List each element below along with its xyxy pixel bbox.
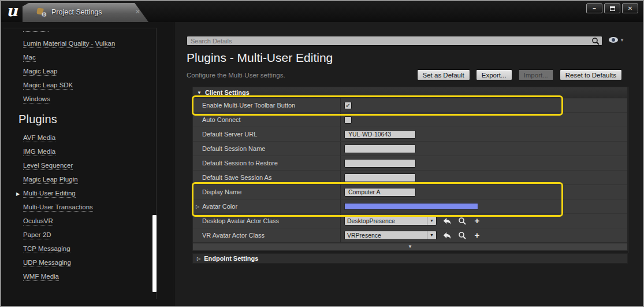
settings-sidebar: Lumin Material Quality - VulkanMacMagic …: [1, 22, 174, 306]
sidebar-item-mac[interactable]: Mac: [23, 51, 115, 65]
dropdown-vr-avatar-actor-class[interactable]: VRPresence▼: [344, 231, 437, 240]
search-box[interactable]: [187, 36, 602, 46]
setting-label: Default Save Session As: [202, 174, 271, 181]
setting-label-cell: Desktop Avatar Actor Class: [193, 214, 341, 228]
restore-icon: [610, 6, 615, 11]
sidebar-item-img-media[interactable]: IMG Media: [23, 145, 115, 159]
expander-icon[interactable]: ▷: [196, 204, 199, 209]
sidebar-item-label: Magic Leap SDK: [23, 82, 73, 90]
dropdown-desktop-avatar-actor-class[interactable]: DesktopPresence▼: [344, 216, 437, 225]
sidebar-item-magic-leap[interactable]: Magic Leap: [23, 65, 115, 79]
search-icon: [591, 37, 600, 47]
sidebar-clipped-item: [23, 31, 49, 32]
settings-row-auto-connect: Auto Connect: [193, 113, 627, 127]
settings-row-default-server-url: Default Server URLYUL-WD-10643: [193, 127, 627, 142]
setting-label: Default Session to Restore: [202, 160, 278, 167]
use-selected-arrow-icon[interactable]: [442, 216, 452, 225]
sidebar-list: Lumin Material Quality - VulkanMacMagic …: [23, 37, 115, 284]
setting-label-cell: Default Session to Restore: [193, 156, 341, 170]
sidebar-item-multi-user-editing[interactable]: ▶Multi-User Editing: [23, 187, 115, 201]
sidebar-item-level-sequencer[interactable]: Level Sequencer: [23, 159, 115, 173]
setting-label-cell: Enable Multi-User Toolbar Button: [193, 98, 341, 112]
project-settings-window: u ⚙ Project Settings ✕ – ✕ Lumin Materia…: [0, 0, 644, 307]
close-button[interactable]: ✕: [622, 3, 638, 13]
action-button-reset-to-defaults[interactable]: Reset to Defaults: [560, 69, 622, 80]
sidebar-item-udp-messaging[interactable]: UDP Messaging: [23, 256, 115, 270]
add-icon[interactable]: +: [472, 231, 482, 240]
setting-value-cell: VRPresence▼+: [341, 228, 627, 242]
setting-value-cell: YUL-WD-10643: [341, 127, 627, 141]
browse-search-icon[interactable]: [457, 231, 467, 240]
sidebar-item-lumin-material-quality-vulkan[interactable]: Lumin Material Quality - Vulkan: [23, 37, 115, 51]
details-scrollbar-track: [628, 87, 628, 253]
advanced-expander-icon: ▼: [408, 245, 412, 249]
setting-label: Default Session Name: [202, 145, 265, 152]
setting-label-cell: Auto Connect: [193, 113, 341, 127]
text-field-default-session-to-restore[interactable]: [344, 159, 416, 168]
eye-icon: [609, 37, 618, 43]
tab-close-icon[interactable]: ✕: [135, 8, 140, 16]
category-title: Client Settings: [205, 89, 250, 96]
view-options-button[interactable]: ▼: [609, 37, 624, 43]
sidebar-item-magic-leap-plugin[interactable]: Magic Leap Plugin: [23, 173, 115, 187]
sidebar-item-multi-user-transactions[interactable]: Multi-User Transactions: [23, 201, 115, 214]
category-expanded-icon: ▼: [197, 90, 202, 95]
sidebar-scrollbar-thumb[interactable]: [152, 215, 157, 292]
setting-label: Enable Multi-User Toolbar Button: [202, 102, 295, 109]
setting-label-cell: Default Session Name: [193, 142, 341, 156]
action-button-import[interactable]: Import...: [518, 69, 554, 80]
setting-label-cell: Display Name: [193, 185, 341, 199]
sidebar-item-label: TCP Messaging: [23, 245, 70, 253]
sidebar-item-label: Lumin Material Quality - Vulkan: [23, 40, 115, 48]
checkbox-auto-connect[interactable]: [344, 116, 352, 124]
sidebar-item-windows[interactable]: Windows: [23, 93, 115, 106]
project-settings-gear-icon: ⚙: [36, 7, 46, 17]
sidebar-item-label: Windows: [23, 95, 50, 103]
setting-label-cell: ▷Avatar Color: [193, 199, 341, 213]
minimize-button[interactable]: –: [586, 3, 602, 13]
add-icon[interactable]: +: [472, 216, 482, 225]
sidebar-item-magic-leap-sdk[interactable]: Magic Leap SDK: [23, 79, 115, 93]
color-swatch[interactable]: [344, 203, 478, 210]
text-field-default-save-session-as[interactable]: [344, 173, 416, 182]
sidebar-item-avf-media[interactable]: AVF Media: [23, 131, 115, 145]
setting-value-cell: [341, 171, 627, 184]
tab-label: Project Settings: [51, 8, 102, 16]
browse-search-icon[interactable]: [457, 216, 467, 225]
settings-row-default-session-to-restore: Default Session to Restore: [193, 156, 627, 171]
settings-row-default-save-session-as: Default Save Session As: [193, 171, 627, 185]
setting-value-cell: Computer A: [341, 185, 627, 199]
setting-label: Desktop Avatar Actor Class: [202, 217, 279, 224]
action-button-set-as-default[interactable]: Set as Default: [417, 69, 470, 80]
text-field-display-name[interactable]: Computer A: [344, 188, 416, 197]
sidebar-item-label: AVF Media: [23, 134, 55, 142]
sidebar-item-wmf-media[interactable]: WMF Media: [23, 270, 115, 284]
tab-project-settings[interactable]: ⚙ Project Settings ✕: [23, 3, 148, 22]
text-field-default-server-url[interactable]: YUL-WD-10643: [344, 130, 416, 139]
action-button-export[interactable]: Export...: [476, 69, 512, 80]
sidebar-item-label: Magic Leap Plugin: [23, 176, 78, 184]
chevron-down-icon: ▼: [427, 217, 434, 225]
sidebar-item-paper-2d[interactable]: Paper 2D: [23, 228, 115, 242]
chevron-down-icon: ▼: [620, 38, 624, 43]
text-field-default-session-name[interactable]: [344, 145, 416, 153]
chevron-down-icon: ▼: [427, 231, 434, 239]
details-panel: ▼ Plugins - Multi-User Editing Configure…: [174, 22, 643, 306]
settings-row-default-session-name: Default Session Name: [193, 142, 627, 156]
client-settings-header[interactable]: ▼ Client Settings: [193, 87, 627, 98]
sidebar-item-oculusvr[interactable]: OculusVR: [23, 214, 115, 228]
setting-value-cell: [341, 142, 627, 156]
setting-label-cell: VR Avatar Actor Class: [193, 228, 341, 242]
search-input[interactable]: [187, 36, 602, 45]
setting-value-cell: ✔: [341, 98, 627, 112]
sidebar-item-tcp-messaging[interactable]: TCP Messaging: [23, 242, 115, 256]
endpoint-settings-header[interactable]: ▷ Endpoint Settings: [192, 253, 628, 264]
advanced-expander[interactable]: ▼: [193, 243, 627, 250]
use-selected-arrow-icon[interactable]: [442, 231, 452, 240]
checkbox-enable-multi-user-toolbar-button[interactable]: ✔: [344, 102, 352, 109]
sidebar-item-label: Multi-User Editing: [23, 190, 76, 198]
restore-button[interactable]: [604, 3, 620, 13]
settings-row-avatar-color: ▷Avatar Color: [193, 199, 627, 214]
settings-row-display-name: Display NameComputer A: [193, 185, 627, 199]
category-title: Endpoint Settings: [204, 255, 258, 262]
